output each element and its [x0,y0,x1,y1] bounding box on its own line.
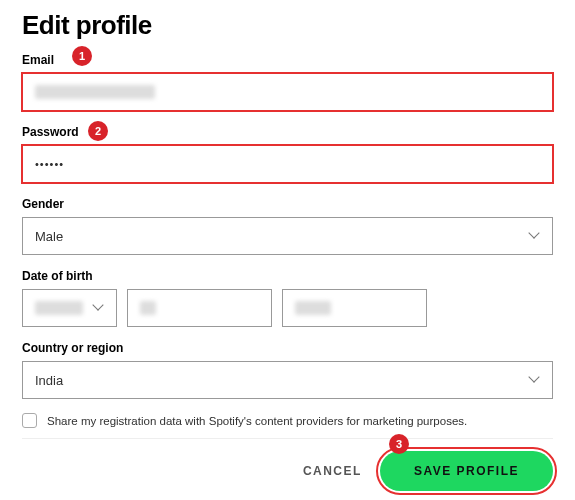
cancel-button[interactable]: CANCEL [303,464,362,478]
country-label: Country or region [22,341,553,355]
save-profile-button[interactable]: SAVE PROFILE [380,451,553,491]
email-label: Email [22,53,553,67]
email-field-group: Email [22,53,553,111]
gender-label: Gender [22,197,553,211]
redacted-day-value [140,301,156,315]
chevron-down-icon [94,303,104,313]
dob-label: Date of birth [22,269,553,283]
annotation-badge-2: 2 [88,121,108,141]
page-title: Edit profile [22,10,553,41]
country-field-group: Country or region India [22,341,553,399]
annotation-badge-1: 1 [72,46,92,66]
chevron-down-icon [530,231,540,241]
email-input[interactable] [22,73,553,111]
dob-year-input[interactable] [282,289,427,327]
dob-day-input[interactable] [127,289,272,327]
gender-select[interactable]: Male [22,217,553,255]
redacted-year-value [295,301,331,315]
redacted-email-value [35,85,155,99]
dob-field-group: Date of birth [22,269,553,327]
marketing-consent-row[interactable]: Share my registration data with Spotify'… [22,413,553,428]
marketing-consent-label: Share my registration data with Spotify'… [47,415,467,427]
country-value: India [35,373,63,388]
divider [22,438,553,439]
annotation-badge-3: 3 [389,434,409,454]
gender-field-group: Gender Male [22,197,553,255]
country-select[interactable]: India [22,361,553,399]
password-input[interactable]: •••••• [22,145,553,183]
chevron-down-icon [530,375,540,385]
dob-month-select[interactable] [22,289,117,327]
redacted-month-value [35,301,83,315]
form-actions: CANCEL SAVE PROFILE [22,451,553,499]
gender-value: Male [35,229,63,244]
password-masked-value: •••••• [35,158,64,170]
checkbox-icon[interactable] [22,413,37,428]
